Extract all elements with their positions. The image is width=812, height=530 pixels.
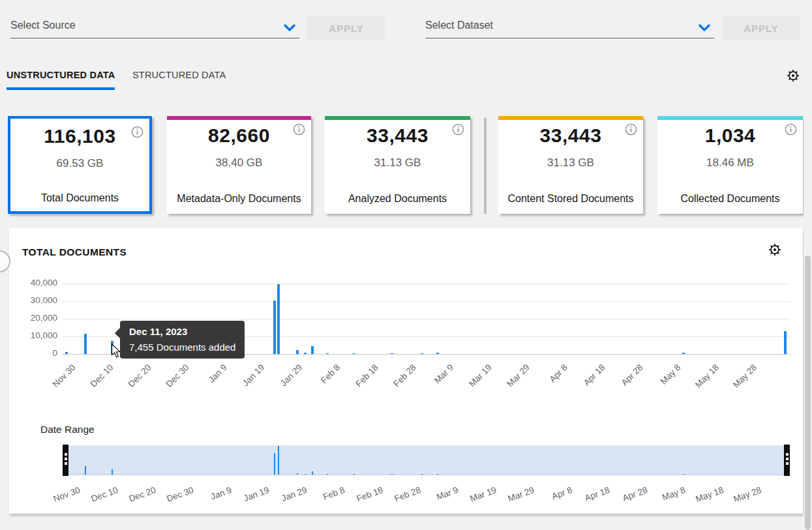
- range-mini-bar-day62: [305, 474, 306, 475]
- tooltip-arrow: [115, 328, 120, 338]
- stat-card-0[interactable]: 116,10369.53 GBTotal Documents: [8, 116, 152, 214]
- chart-bar-day54[interactable]: [273, 301, 276, 354]
- card-accent-strip: [498, 116, 643, 120]
- chart-bar-day55[interactable]: [277, 284, 280, 354]
- range-mini-bar-day68: [327, 474, 328, 475]
- tooltip-value: 7,455 Documents added: [129, 342, 235, 353]
- card-accent-strip: [325, 116, 470, 120]
- range-mini-bar-day55: [278, 446, 279, 475]
- card-label: Metadata-Only Documents: [167, 193, 311, 205]
- mouse-cursor: [111, 344, 121, 359]
- range-mini-bar-day93: [421, 474, 423, 475]
- y-axis-tick-label: 20,000: [12, 313, 57, 323]
- source-select-placeholder: Select Source: [10, 20, 76, 31]
- range-mini-bar-day64: [312, 471, 313, 475]
- stat-card-3[interactable]: 33,44331.13 GBContent Stored Documents: [498, 116, 643, 214]
- stat-card-4[interactable]: 1,03418.46 MBCollected Documents: [657, 116, 803, 214]
- range-mini-bar-day75: [353, 474, 355, 475]
- y-axis-tick-label: 40,000: [12, 278, 57, 287]
- chart-bar-day62[interactable]: [304, 353, 307, 354]
- info-icon[interactable]: [293, 123, 305, 136]
- date-range-right-handle[interactable]: [784, 445, 790, 476]
- chart-settings-gear-icon[interactable]: [768, 243, 782, 257]
- card-count: 1,034: [657, 125, 803, 147]
- chart-bar-day162[interactable]: [682, 353, 685, 354]
- card-count: 33,443: [498, 125, 643, 147]
- dashboard-settings-gear-icon[interactable]: [786, 68, 800, 83]
- card-size: 31.13 GB: [498, 156, 643, 169]
- card-size: 18.46 MB: [657, 156, 803, 169]
- tooltip-date: Dec 11, 2023: [129, 326, 235, 337]
- range-mini-bar-day162: [683, 474, 684, 475]
- tab-unstructured-data[interactable]: UNSTRUCTURED DATA: [7, 70, 115, 80]
- dataset-select-placeholder: Select Dataset: [425, 20, 493, 31]
- gridline-40,000: [62, 284, 790, 284]
- dashboard-page: Select Source APPLY Select Dataset APPLY…: [0, 0, 812, 530]
- dataset-select[interactable]: Select Dataset: [425, 14, 714, 38]
- card-count: 116,103: [10, 125, 149, 147]
- chart-title: TOTAL DOCUMENTS: [22, 246, 127, 258]
- range-mini-bar-day97: [437, 474, 438, 475]
- date-range-label: Date Range: [40, 424, 95, 435]
- card-count: 33,443: [325, 125, 470, 147]
- gridline-20,000: [62, 319, 790, 319]
- chart-bar-day85[interactable]: [391, 353, 393, 354]
- card-label: Analyzed Documents: [325, 193, 470, 205]
- card-label: Content Stored Documents: [498, 193, 643, 205]
- stat-card-2[interactable]: 33,44331.13 GBAnalyzed Documents: [325, 116, 470, 214]
- range-mini-bar-day11: [112, 469, 113, 475]
- gridline-30,000: [62, 301, 790, 302]
- chart-bar-day93[interactable]: [421, 353, 423, 354]
- chevron-down-icon: [699, 23, 710, 35]
- y-axis-tick-label: 10,000: [12, 331, 57, 340]
- range-mini-bar-day60: [297, 473, 298, 475]
- info-icon[interactable]: [625, 123, 637, 136]
- chart-bar-day97[interactable]: [436, 353, 439, 354]
- card-accent-strip: [657, 116, 803, 120]
- chart-tooltip: Dec 11, 2023 7,455 Documents added: [120, 321, 245, 359]
- date-range-selection[interactable]: [63, 445, 790, 475]
- info-icon[interactable]: [785, 123, 797, 136]
- chart-bar-day4[interactable]: [84, 334, 87, 354]
- info-icon[interactable]: [131, 126, 143, 138]
- range-mini-bar-day54: [274, 453, 275, 475]
- chart-bar-day-1[interactable]: [65, 352, 68, 354]
- card-label: Collected Documents: [657, 193, 803, 205]
- chart-bar-day60[interactable]: [296, 350, 299, 354]
- chart-bar-day75[interactable]: [353, 353, 355, 354]
- chevron-down-icon: [284, 23, 295, 35]
- date-range-left-handle[interactable]: [63, 445, 68, 476]
- tab-structured-data[interactable]: STRUCTURED DATA: [132, 70, 226, 80]
- card-label: Total Documents: [10, 192, 149, 204]
- cards-divider: [484, 118, 487, 214]
- y-axis-tick-label: 0: [12, 348, 57, 358]
- source-select[interactable]: Select Source: [10, 14, 299, 38]
- scrollbar-thumb[interactable]: [805, 256, 811, 530]
- card-accent-strip: [167, 116, 311, 120]
- chart-bar-day64[interactable]: [311, 346, 314, 354]
- card-size: 31.13 GB: [325, 156, 470, 169]
- y-axis-tick-label: 30,000: [12, 295, 57, 305]
- card-size: 38.40 GB: [167, 156, 311, 169]
- source-apply-button[interactable]: APPLY: [307, 16, 385, 40]
- range-mini-bar-day85: [391, 474, 393, 475]
- chart-bar-day68[interactable]: [326, 353, 329, 354]
- chart-bar-day189[interactable]: [784, 331, 787, 354]
- active-tab-indicator: [7, 87, 115, 90]
- range-mini-bar-day4: [85, 466, 86, 475]
- card-size: 69.53 GB: [10, 157, 149, 170]
- stat-card-1[interactable]: 82,66038.40 GBMetadata-Only Documents: [167, 116, 311, 214]
- card-count: 82,660: [167, 125, 311, 147]
- dataset-apply-button[interactable]: APPLY: [722, 16, 800, 40]
- info-icon[interactable]: [452, 123, 464, 136]
